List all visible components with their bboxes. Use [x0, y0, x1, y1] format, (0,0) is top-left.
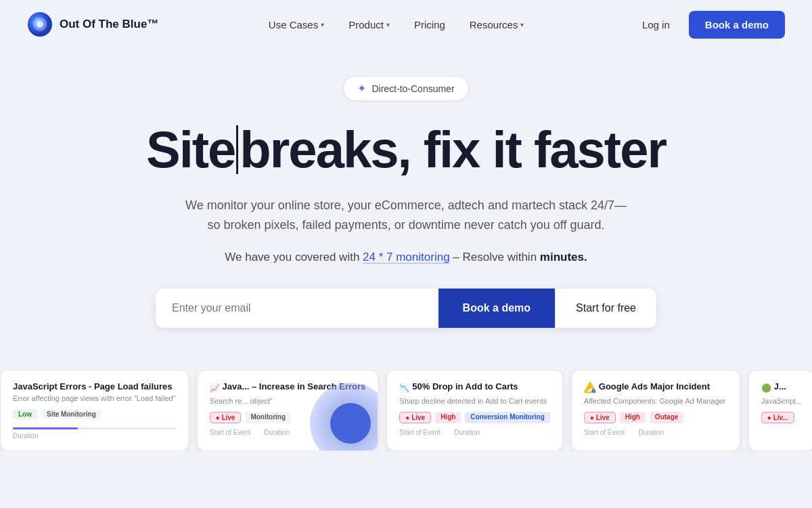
nav-use-cases[interactable]: Use Cases ▾ [258, 14, 335, 36]
card-4-title: Google Ads Major Incident [599, 381, 710, 391]
hero-title: Site breaks, fix it faster [146, 123, 666, 177]
badge-live-3: ● Live [399, 412, 431, 423]
nav-links: Use Cases ▾ Product ▾ Pricing Resources … [258, 14, 535, 36]
monitoring-bold: minutes. [540, 251, 587, 263]
nav-resources[interactable]: Resources ▾ [459, 14, 535, 36]
logo-text: Out Of The Blue™ [60, 18, 158, 31]
card-1-label: Duration [13, 432, 176, 440]
badge-live-4: ● Live [584, 412, 616, 423]
card-4-badges: ● Live High Outage [584, 412, 727, 423]
card-1-bar-fill [13, 427, 78, 429]
navbar: Out Of The Blue™ Use Cases ▾ Product ▾ P… [0, 0, 812, 49]
cards-strip: JavaScript Errors - Page Load failures E… [0, 370, 812, 451]
card-1-bar [13, 427, 176, 429]
badge-star-icon: ✦ [357, 82, 366, 95]
cursor-bar [236, 125, 238, 174]
email-input[interactable] [156, 289, 438, 328]
card-5-label-row: 🟢 J... [761, 381, 803, 394]
nav-product[interactable]: Product ▾ [338, 14, 401, 36]
card-3-labels: Start of Event Duration [399, 429, 550, 436]
badge-high-4: High [620, 412, 646, 423]
hero-title-part2: breaks, fix it faster [240, 123, 666, 177]
resources-chevron-icon: ▾ [520, 21, 524, 28]
badge-text: Direct-to-Consumer [371, 83, 454, 94]
nav-book-demo-button[interactable]: Book a demo [689, 11, 785, 39]
card-add-to-carts: 📉 50% Drop in Add to Carts Sharp decline… [386, 370, 563, 451]
chart-up-icon: 📈 [210, 383, 220, 393]
drop-icon: 📉 [399, 383, 409, 393]
use-cases-chevron-icon: ▾ [321, 21, 324, 28]
card-3-subtitle: Sharp decline detected in Add to Cart ev… [399, 397, 550, 405]
start-free-button[interactable]: Start for free [555, 289, 656, 328]
product-chevron-icon: ▾ [386, 21, 390, 28]
card-5-badges: ● Liv... [761, 412, 803, 423]
svg-point-2 [37, 21, 43, 28]
badge-live-2: ● Live [210, 412, 242, 423]
nav-pricing[interactable]: Pricing [403, 14, 456, 36]
login-button[interactable]: Log in [634, 14, 678, 36]
logo[interactable]: Out Of The Blue™ [27, 12, 158, 37]
google-ads-icon [584, 382, 596, 394]
card-js-errors: JavaScript Errors - Page Load failures E… [0, 370, 189, 451]
card-3-title: 50% Drop in Add to Carts [412, 381, 518, 391]
card-1-badges: Low Site Monitoring [13, 409, 176, 419]
badge-outage: Outage [650, 412, 683, 423]
nav-actions: Log in Book a demo [634, 11, 785, 39]
badge-site-monitoring: Site Monitoring [41, 409, 102, 419]
svg-point-5 [591, 389, 595, 393]
card-4-label-row: Google Ads Major Incident [584, 381, 727, 394]
card-partial: 🟢 J... JavaScript... ● Liv... [748, 370, 812, 451]
badge-conversion: Conversion Monitoring [465, 412, 549, 423]
hero-badge: ✦ Direct-to-Consumer [343, 76, 468, 101]
card-5-title: J... [774, 381, 786, 391]
hero-title-part1: Site [146, 123, 235, 177]
card-3-label-row: 📉 50% Drop in Add to Carts [399, 381, 550, 394]
shopify-icon: 🟢 [761, 383, 771, 393]
card-4-labels: Start of Event Duration [584, 429, 727, 436]
card-5-subtitle: JavaScript... [761, 397, 803, 405]
card-1-title: JavaScript Errors - Page Load failures [13, 381, 176, 391]
hero-subtitle: We monitor your online store, your eComm… [183, 196, 629, 235]
card-4-subtitle: Affected Components: Google Ad Manager [584, 397, 727, 405]
card-search-errors: 📈 Java... – Increase in Search Errors Se… [197, 370, 379, 451]
badge-high-3: High [435, 412, 461, 423]
hero-section: ✦ Direct-to-Consumer Site breaks, fix it… [0, 49, 812, 348]
badge-monitoring-2: Monitoring [245, 412, 291, 423]
badge-live-5: ● Liv... [761, 412, 794, 423]
logo-icon [27, 12, 53, 37]
card-1-subtitle: Error affecting page views with error "L… [13, 394, 176, 402]
badge-low: Low [13, 409, 37, 419]
monitoring-highlight: 24 * 7 monitoring [363, 251, 450, 263]
cta-row: Book a demo Start for free [156, 289, 656, 328]
card-3-badges: ● Live High Conversion Monitoring [399, 412, 550, 423]
card-google-ads: Google Ads Major Incident Affected Compo… [571, 370, 740, 451]
hero-book-demo-button[interactable]: Book a demo [438, 289, 555, 328]
hero-monitoring: We have you covered with 24 * 7 monitori… [225, 251, 587, 264]
